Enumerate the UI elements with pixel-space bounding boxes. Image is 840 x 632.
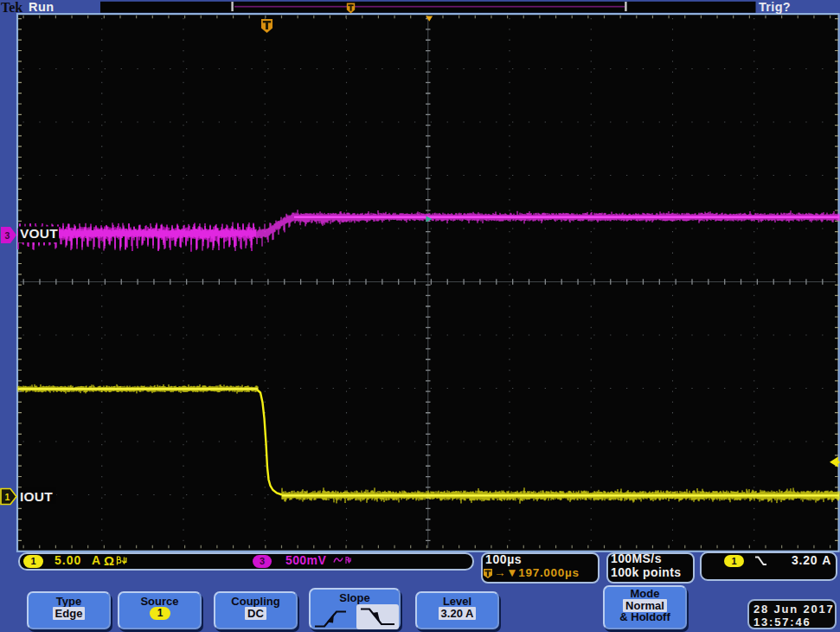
svg-text:Tek: Tek: [1, 0, 22, 15]
svg-text:3: 3: [5, 230, 10, 241]
svg-text:Trig?: Trig?: [759, 0, 791, 14]
svg-text:Run: Run: [29, 0, 55, 14]
svg-text:1: 1: [5, 492, 10, 502]
svg-text:IOUT: IOUT: [20, 489, 53, 504]
svg-text:VOUT: VOUT: [20, 226, 58, 241]
